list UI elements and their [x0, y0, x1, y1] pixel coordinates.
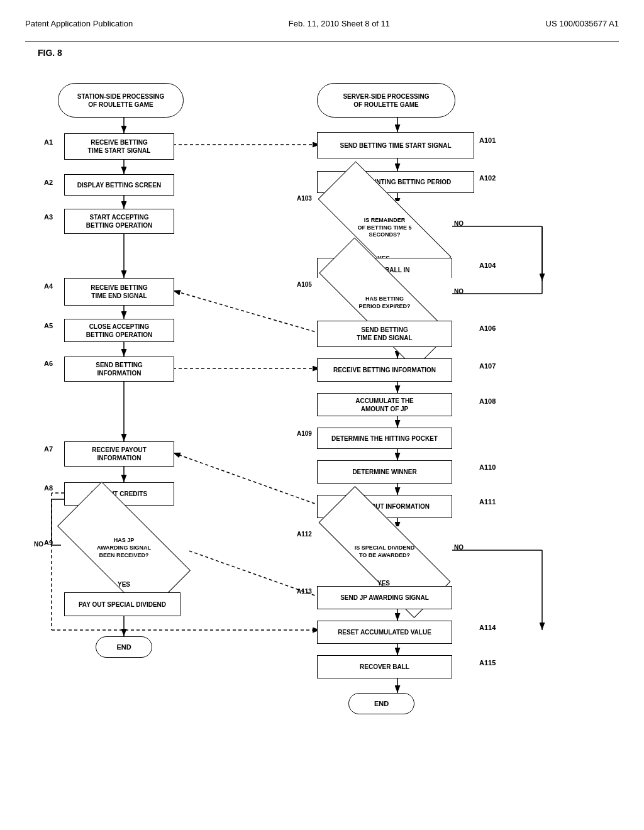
box-A101: SEND BETTING TIME START SIGNAL — [317, 132, 474, 158]
svg-line-38 — [173, 290, 320, 333]
diagram-area: FIG. 8 — [25, 48, 619, 787]
no-label-A103: NO — [454, 220, 464, 227]
label-A102: A102 — [479, 174, 496, 182]
diamond-A112: IS SPECIAL DIVIDEND TO BE AWARDED? — [317, 526, 452, 578]
label-A8: A8 — [44, 484, 53, 492]
label-A2: A2 — [44, 179, 53, 186]
label-A1: A1 — [44, 138, 53, 146]
box-A114: RESET ACCUMULATED VALUE — [317, 621, 452, 644]
server-title: SERVER-SIDE PROCESSING OF ROULETTE GAME — [317, 83, 455, 118]
box-A110: DETERMINE WINNER — [317, 460, 452, 484]
header-left: Patent Application Publication — [25, 19, 133, 28]
diamond-A103: IS REMAINDER OF BETTING TIME 5 SECONDS? — [317, 201, 452, 255]
box-A1: RECEIVE BETTING TIME START SIGNAL — [64, 133, 174, 160]
label-A109: A109 — [297, 430, 312, 437]
end-left: END — [96, 636, 152, 658]
header-right: US 100/0035677 A1 — [546, 19, 619, 28]
no-label-A105: NO — [454, 288, 464, 295]
header-center: Feb. 11, 2010 Sheet 8 of 11 — [289, 19, 390, 28]
label-A107: A107 — [479, 362, 496, 370]
page-header: Patent Application Publication Feb. 11, … — [25, 13, 619, 42]
box-A6: SEND BETTING INFORMATION — [64, 357, 174, 382]
label-A108: A108 — [479, 397, 496, 405]
label-A105-left: A105 — [297, 281, 312, 288]
box-A107: RECEIVE BETTING INFORMATION — [317, 358, 452, 382]
label-A7: A7 — [44, 445, 53, 453]
label-A5: A5 — [44, 322, 53, 329]
label-A101: A101 — [479, 136, 496, 144]
no-label-A112: NO — [454, 544, 464, 551]
fig-label: FIG. 8 — [38, 48, 619, 58]
box-A5: CLOSE ACCEPTING BETTING OPERATION — [64, 319, 174, 342]
label-A111: A111 — [479, 498, 496, 506]
label-A115: A115 — [479, 659, 496, 667]
box-A109: DETERMINE THE HITTING POCKET — [317, 428, 452, 449]
svg-line-40 — [173, 453, 320, 506]
label-A106: A106 — [479, 324, 496, 332]
box-A106: SEND BETTING TIME END SIGNAL — [317, 321, 452, 347]
label-A6: A6 — [44, 360, 53, 367]
label-A104: A104 — [479, 262, 496, 269]
label-A9: A9 — [44, 539, 53, 546]
box-A115: RECOVER BALL — [317, 655, 452, 678]
box-A4: RECEIVE BETTING TIME END SIGNAL — [64, 278, 174, 306]
label-A4: A4 — [44, 282, 53, 290]
label-A110: A110 — [479, 463, 496, 471]
label-A112: A112 — [297, 531, 312, 538]
label-A3: A3 — [44, 213, 53, 221]
label-A113: A113 — [297, 588, 312, 595]
box-A108: ACCUMULATE THE AMOUNT OF JP — [317, 393, 452, 416]
label-A103-left: A103 — [297, 195, 312, 202]
diamond-A9: HAS JP AWARDING SIGNAL BEEN RECEIVED? — [61, 517, 187, 580]
page: Patent Application Publication Feb. 11, … — [0, 0, 644, 830]
yes-label-A9: YES — [118, 581, 130, 588]
box-A10: PAY OUT SPECIAL DIVIDEND — [64, 592, 180, 616]
flowchart: STATION-SIDE PROCESSING OF ROULETTE GAME… — [26, 64, 618, 787]
no-label-A9: NO — [34, 541, 43, 548]
box-A7: RECEIVE PAYOUT INFORMATION — [64, 441, 174, 467]
box-A3: START ACCEPTING BETTING OPERATION — [64, 209, 174, 234]
box-A113: SEND JP AWARDING SIGNAL — [317, 586, 452, 609]
station-title: STATION-SIDE PROCESSING OF ROULETTE GAME — [58, 83, 184, 118]
end-right: END — [348, 693, 414, 714]
box-A2: DISPLAY BETTING SCREEN — [64, 174, 174, 196]
label-A114: A114 — [479, 624, 496, 631]
